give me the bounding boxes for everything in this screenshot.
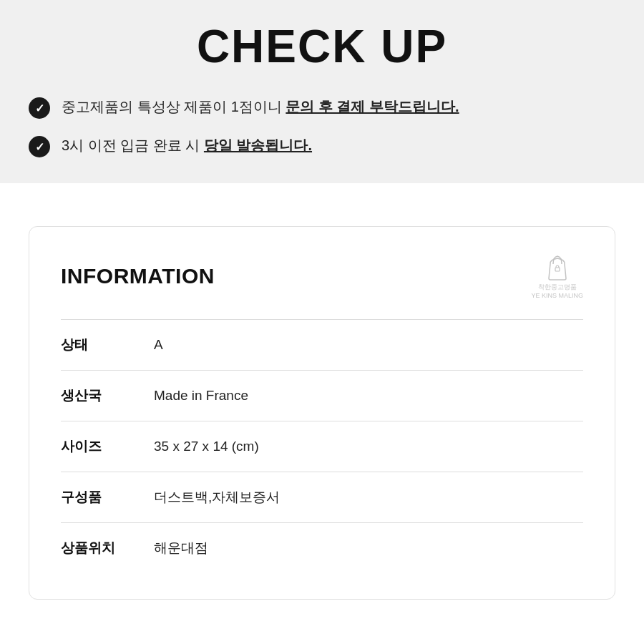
info-label-contents: 구성품	[61, 472, 154, 523]
info-label-location: 상품위치	[61, 523, 154, 574]
brand-logo-text: 착한중고명품YE KINS MALING	[531, 283, 583, 299]
brand-logo-icon	[542, 253, 573, 281]
info-value-size: 35 x 27 x 14 (cm)	[154, 421, 583, 472]
page-title: CHECK UP	[29, 20, 615, 73]
info-table: 상태 A 생산국 Made in France 사이즈 35 x 27 x 14…	[61, 319, 583, 573]
info-header: INFORMATION 착한중고명품YE KINS MALING	[61, 253, 583, 299]
checkup-text-2: 3시 이전 입금 완료 시 당일 발송됩니다.	[62, 135, 312, 156]
info-label-origin: 생산국	[61, 371, 154, 421]
info-label-size: 사이즈	[61, 421, 154, 472]
check-icon-1	[29, 97, 50, 119]
table-row: 사이즈 35 x 27 x 14 (cm)	[61, 421, 583, 472]
info-value-location: 해운대점	[154, 523, 583, 574]
brand-logo: 착한중고명품YE KINS MALING	[531, 253, 583, 299]
table-row: 상태 A	[61, 320, 583, 371]
checkup-text-1: 중고제품의 특성상 제품이 1점이니 문의 후 결제 부탁드립니다.	[62, 96, 459, 117]
checkup-item-1: 중고제품의 특성상 제품이 1점이니 문의 후 결제 부탁드립니다.	[29, 96, 615, 119]
info-value-origin: Made in France	[154, 371, 583, 421]
info-title: INFORMATION	[61, 264, 215, 288]
info-value-status: A	[154, 320, 583, 371]
check-icon-2	[29, 136, 50, 157]
spacer	[0, 183, 644, 226]
checkup-item-2: 3시 이전 입금 완료 시 당일 발송됩니다.	[29, 135, 615, 157]
table-row: 상품위치 해운대점	[61, 523, 583, 574]
header-section: CHECK UP 중고제품의 특성상 제품이 1점이니 문의 후 결제 부탁드립…	[0, 0, 644, 183]
info-label-status: 상태	[61, 320, 154, 371]
svg-rect-0	[555, 268, 560, 271]
table-row: 구성품 더스트백,자체보증서	[61, 472, 583, 523]
table-row: 생산국 Made in France	[61, 371, 583, 421]
information-section: INFORMATION 착한중고명품YE KINS MALING 상태 A 생산…	[29, 226, 615, 600]
info-value-contents: 더스트백,자체보증서	[154, 472, 583, 523]
